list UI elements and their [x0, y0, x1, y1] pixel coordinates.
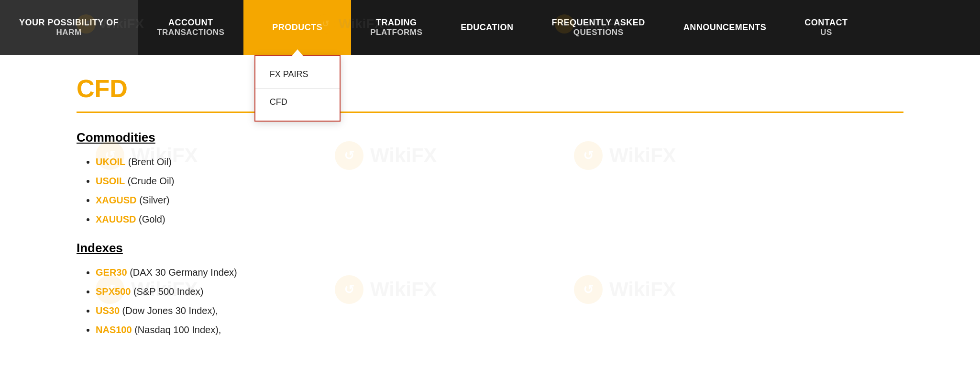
list-item: NAS100 (Nasdaq 100 Index),	[96, 323, 903, 337]
dropdown-item-fx-pairs[interactable]: FX PAIRS	[255, 61, 340, 89]
nav-item-products[interactable]: PRODUCTS	[243, 0, 351, 55]
page-title: CFD	[77, 74, 903, 103]
main-content: ↺ WikiFX ↺ WikiFX ↺ WikiFX ↺ WikiFX ↺ Wi…	[0, 55, 980, 369]
navigation: YOUR POSSIBILITY OF HARM ACCOUNT TRANSAC…	[0, 0, 980, 55]
nav-item-your-possibility[interactable]: YOUR POSSIBILITY OF HARM	[0, 0, 138, 55]
list-item: SPX500 (S&P 500 Index)	[96, 284, 903, 299]
list-item: XAUUSD (Gold)	[96, 212, 903, 226]
indexes-list: GER30 (DAX 30 Germany Index) SPX500 (S&P…	[77, 265, 903, 337]
list-item: USOIL (Crude Oil)	[96, 174, 903, 188]
list-item: UKOIL (Brent Oil)	[96, 155, 903, 169]
commodities-list: UKOIL (Brent Oil) USOIL (Crude Oil) XAGU…	[77, 155, 903, 226]
list-item: GER30 (DAX 30 Germany Index)	[96, 265, 903, 280]
list-item: XAGUSD (Silver)	[96, 193, 903, 207]
section-heading-indexes: Indexes	[77, 241, 903, 256]
dropdown-arrow	[292, 49, 303, 56]
nav-item-trading[interactable]: TRADING PLATFORMS	[351, 0, 441, 55]
page-divider	[77, 112, 903, 113]
section-heading-commodities: Commodities	[77, 130, 903, 145]
nav-item-frequently-asked[interactable]: FREQUENTLY ASKED QUESTIONS	[532, 0, 664, 55]
nav-item-products-container: PRODUCTS FX PAIRS CFD	[243, 0, 351, 55]
list-item: US30 (Dow Jones 30 Index),	[96, 303, 903, 318]
nav-item-education[interactable]: EDUCATION	[441, 0, 532, 55]
nav-item-contact[interactable]: CONTACT US	[785, 0, 867, 55]
nav-item-announcements[interactable]: ANNOUNCEMENTS	[664, 0, 786, 55]
dropdown-item-cfd[interactable]: CFD	[255, 89, 340, 116]
products-dropdown-menu: FX PAIRS CFD	[254, 55, 341, 122]
nav-item-account[interactable]: ACCOUNT TRANSACTIONS	[138, 0, 243, 55]
